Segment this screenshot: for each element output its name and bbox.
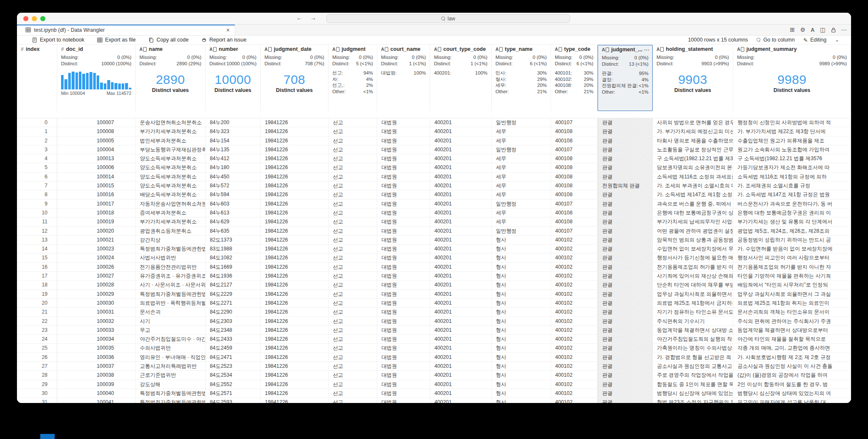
cell-holding_statement[interactable]: 가축원이라는 명칭이 수의사법상의 동물 <box>653 344 733 352</box>
cell-judgment_date[interactable]: 19841226 <box>261 380 328 389</box>
cell-type_code[interactable]: 400108 <box>551 172 598 181</box>
cell-type_code[interactable]: 400102 <box>551 389 598 397</box>
cell-holding_statement[interactable]: 타회사 명의로 제품을 수출하였으나, 구 법 <box>653 136 733 145</box>
cell-doc_id[interactable]: 100038 <box>57 371 136 379</box>
cell-judgment_summary[interactable]: 배임죄에서 “타인의 사무처리”로 인정되 <box>733 281 851 289</box>
cell-doc_id[interactable]: 100032 <box>57 317 136 325</box>
cell-court_type_code[interactable]: 400201 <box>430 253 492 262</box>
cell-judgment[interactable]: 선고 <box>328 281 377 289</box>
lock-icon[interactable] <box>831 28 836 33</box>
cell-holding_statement[interactable]: 공소사실과 원심인정의 교통사고 원인의 <box>653 362 733 370</box>
cell-index[interactable]: 21 <box>17 308 57 316</box>
cell-judgment_type[interactable]: 판결 <box>598 281 653 289</box>
cell-index[interactable]: 22 <box>17 317 57 325</box>
cell-name[interactable]: 근로기준법위반 <box>136 371 206 379</box>
column-header-name[interactable]: AnameMissing:0 (0%)Distinct:2890 (29%)28… <box>136 45 206 111</box>
cell-judgment_summary[interactable]: 타인을 기망하여 재물을 편취하는 사기죄 <box>733 272 851 280</box>
cell-type_code[interactable]: 400102 <box>551 290 598 298</box>
cell-name[interactable]: 강간치상 <box>136 236 206 244</box>
cell-name[interactable]: 특정범죄가중처벌등에관한법률위반 · 관 <box>136 245 206 253</box>
cell-holding_statement[interactable]: 전기용품제조업의 허가를 받지 아니한 자 <box>653 263 733 271</box>
cell-name[interactable]: 전기용품안전관리법위반 <box>136 263 206 271</box>
cell-judgment_date[interactable]: 19841226 <box>261 353 328 361</box>
cell-court_type_code[interactable]: 400201 <box>430 263 492 271</box>
cell-judgment_type[interactable]: 판결 <box>598 163 653 172</box>
cell-type_name[interactable]: 형사 <box>492 253 551 262</box>
cell-number[interactable]: 84누200 <box>206 118 261 127</box>
cell-name[interactable]: 배당소득세부과처분취소 <box>136 190 206 199</box>
cell-number[interactable]: 84누635 <box>206 227 261 235</box>
cell-type_code[interactable]: 400108 <box>551 217 598 226</box>
cell-number[interactable]: 84누629 <box>206 217 261 226</box>
cell-doc_id[interactable]: 100020 <box>57 227 136 235</box>
cell-index[interactable]: 1 <box>17 127 57 136</box>
cell-judgment[interactable]: 선고 <box>328 253 377 262</box>
cell-judgment_summary[interactable]: 수출입업체인 원고가 의류제품을 제조 <box>733 136 851 145</box>
cell-index[interactable]: 5 <box>17 163 57 172</box>
cell-number[interactable]: 84도2593 <box>206 398 261 403</box>
cell-judgment_summary[interactable]: 행정서사인 피고인이 여러 사람으로부터 <box>733 253 851 262</box>
cell-judgment_summary[interactable]: 피고인이 피해자에게 석고를 납품한 대 <box>733 398 851 403</box>
cell-judgment_date[interactable]: 19841226 <box>261 344 328 352</box>
cell-court_type_code[interactable]: 400201 <box>430 335 492 343</box>
cell-doc_id[interactable]: 100007 <box>57 118 136 127</box>
cell-judgment_date[interactable]: 19841226 <box>261 290 328 298</box>
cell-type_code[interactable]: 400108 <box>551 190 598 199</box>
cell-name[interactable]: 양도소득세부과처분취소 <box>136 154 206 163</box>
cell-judgment_date[interactable]: 19841226 <box>261 272 328 280</box>
cell-index[interactable]: 28 <box>17 371 57 379</box>
cell-type_code[interactable]: 400108 <box>551 181 598 190</box>
cell-judgment[interactable]: 선고 <box>328 227 377 235</box>
cell-doc_id[interactable]: 100031 <box>57 308 136 316</box>
cell-doc_id[interactable]: 100039 <box>57 380 136 389</box>
cell-index[interactable]: 3 <box>17 145 57 154</box>
cell-judgment_type[interactable]: 판결 <box>598 326 653 334</box>
cell-judgment[interactable]: 선고 <box>328 145 377 154</box>
cell-holding_statement[interactable]: 의료법 제25조 제1항에서 금지하는 무면 <box>653 299 733 307</box>
close-window-button[interactable] <box>23 16 28 21</box>
cell-judgment[interactable]: 선고 <box>328 335 377 343</box>
cell-type_code[interactable]: 400102 <box>551 236 598 244</box>
split-editor-icon[interactable]: ◫ <box>820 27 826 33</box>
column-header-judgment[interactable]: AjudgmentMissing:0 (0%)Distinct:5 (<1%)선… <box>328 45 377 111</box>
cell-number[interactable]: 84누613 <box>206 208 261 217</box>
cell-type_code[interactable]: 400102 <box>551 253 598 262</box>
cell-name[interactable]: 야간주거침입절도미수 · 야간주거침입절 <box>136 335 206 343</box>
cell-judgment_summary[interactable]: 광업법 제5조, 제24조, 제26조, 제28조의 <box>733 227 851 235</box>
cell-index[interactable]: 10 <box>17 208 57 217</box>
cell-name[interactable]: 특정범죄가중처벌등에관한법률위반 · 절 <box>136 389 206 397</box>
cell-judgment_date[interactable]: 19841226 <box>261 398 328 403</box>
cell-court_name[interactable]: 대법원 <box>377 380 430 389</box>
cell-holding_statement[interactable]: 노조활동을 구실로 정상적인 근무를 해태 <box>653 145 733 154</box>
cell-court_name[interactable]: 대법원 <box>377 163 430 172</box>
cell-index[interactable]: 12 <box>17 227 57 235</box>
cell-number[interactable]: 83도1988 <box>206 245 261 253</box>
cell-judgment_type[interactable]: 전원합의체 판결 <box>598 181 653 190</box>
column-header-court_type_code[interactable]: Acourt_type_codeMissing:0 (0%)Distinct:1… <box>430 45 492 111</box>
cell-court_type_code[interactable]: 400201 <box>430 163 492 172</box>
cell-court_name[interactable]: 대법원 <box>377 263 430 271</box>
cell-doc_id[interactable]: 100030 <box>57 299 136 307</box>
cell-number[interactable]: 84누594 <box>206 190 261 199</box>
cell-index[interactable]: 24 <box>17 335 57 343</box>
cell-type_code[interactable]: 400108 <box>551 163 598 172</box>
cell-type_code[interactable]: 400102 <box>551 263 598 271</box>
cell-index[interactable]: 11 <box>17 217 57 226</box>
cell-index[interactable]: 15 <box>17 253 57 262</box>
cell-court_type_code[interactable]: 400201 <box>430 236 492 244</box>
cell-judgment_date[interactable]: 19841226 <box>261 281 328 289</box>
cell-doc_id[interactable]: 100041 <box>57 398 136 403</box>
column-menu-button[interactable]: ⋯ <box>644 47 650 53</box>
cell-name[interactable]: 특정범죄가중처벌등에관한법률위반 · 절 <box>136 398 206 403</box>
cell-court_type_code[interactable]: 400201 <box>430 227 492 235</box>
cell-court_type_code[interactable]: 400201 <box>430 118 492 127</box>
cell-type_name[interactable]: 형사 <box>492 353 551 361</box>
cell-judgment_summary[interactable]: 부가가치세는 생산 및 유통의 각 단계에서 <box>733 217 851 226</box>
cell-judgment_summary[interactable]: 소득세법 제116조 제1항의 규정에 의하 <box>733 172 851 181</box>
cell-judgment_summary[interactable]: 문서손괴죄의 객체는 타인소유의 문서이 <box>733 308 851 316</box>
cell-type_code[interactable]: 400107 <box>551 227 598 235</box>
cell-judgment[interactable]: 선고 <box>328 290 377 298</box>
cell-number[interactable]: 84누135 <box>206 145 261 154</box>
cell-judgment_summary[interactable]: 야간에 타인의 재물을 절취할 목적으로 <box>733 335 851 343</box>
cell-judgment_summary[interactable]: 가. 부가가치세법 제22조 제3항 단서에 <box>733 127 851 136</box>
